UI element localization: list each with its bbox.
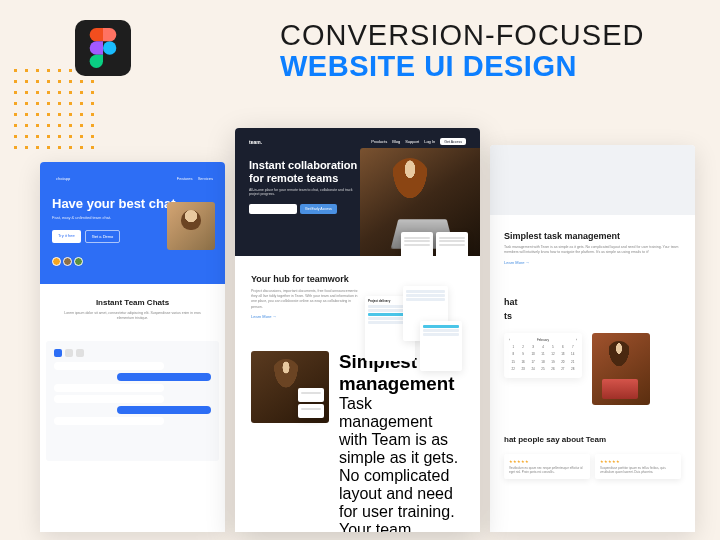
task-section: Simplest task management Task management… — [490, 215, 695, 281]
floating-cards — [401, 232, 468, 256]
nav-features[interactable]: Features — [177, 176, 193, 181]
hero-section: chatapp Features Services Have your best… — [40, 162, 225, 284]
figma-icon — [89, 28, 117, 68]
task-card — [298, 388, 324, 402]
avatar — [52, 257, 61, 266]
testimonials-title: hat people say about Team — [504, 435, 681, 444]
chat-message-sent — [117, 373, 211, 381]
testimonial-text: Vestibulum eu quam nec neque pellentesqu… — [509, 466, 585, 474]
logo-text: team. — [249, 139, 262, 145]
avatar — [74, 257, 83, 266]
avatar-row — [52, 257, 213, 266]
top-nav: team. Products Blog Support Log In Get A… — [249, 138, 466, 145]
calendar-grid: 1234567 891011121314 15161718192021 2223… — [509, 345, 577, 374]
hero-title: Instant collaboration for remote teams — [249, 159, 368, 184]
app-window — [420, 321, 462, 371]
testimonial-card: ★★★★★ Vestibulum eu quam nec neque pelle… — [504, 454, 590, 479]
testimonials-section: hat people say about Team ★★★★★ Vestibul… — [490, 421, 695, 493]
mockup-card-team: team. Products Blog Support Log In Get A… — [235, 128, 480, 532]
section-title: Your hub for teamwork — [251, 274, 368, 285]
chat-message — [54, 395, 164, 403]
chat-message — [54, 362, 164, 370]
tab[interactable] — [54, 349, 62, 357]
headline-line2: WEBSITE UI DESIGN — [280, 50, 700, 83]
email-field[interactable] — [249, 204, 297, 214]
calendar-section: hat ts ‹February› 1234567 891011121314 1… — [490, 281, 695, 421]
nav-services[interactable]: Services — [198, 176, 213, 181]
section-title: Instant Team Chats — [56, 298, 209, 307]
nav-blog[interactable]: Blog — [392, 139, 400, 144]
cards-container: chatapp Features Services Have your best… — [0, 100, 720, 540]
mockup-card-right: Simplest task management Task management… — [490, 145, 695, 532]
nav-support[interactable]: Support — [405, 139, 419, 144]
section-text: Task management with Team is as simple a… — [504, 245, 681, 256]
hero-subtitle: All-in-one place for your remote team to… — [249, 188, 358, 196]
hero-placeholder — [490, 145, 695, 215]
calendar-widget[interactable]: ‹February› 1234567 891011121314 15161718… — [504, 333, 582, 379]
section-photo — [251, 351, 329, 423]
chat-message-sent — [117, 406, 211, 414]
testimonial-text: Suspendisse porttitor ipsum eu tellus fi… — [600, 466, 676, 474]
section-title: Simplest task management — [504, 231, 681, 241]
headline: CONVERSION-FOCUSED WEBSITE UI DESIGN — [280, 20, 700, 83]
tab[interactable] — [76, 349, 84, 357]
nav-login[interactable]: Log In — [424, 139, 435, 144]
hero-portrait — [167, 202, 215, 250]
section-photo — [592, 333, 650, 405]
nav-products[interactable]: Products — [371, 139, 387, 144]
learn-more-link[interactable]: Learn More → — [504, 260, 681, 265]
top-nav: chatapp Features Services — [52, 176, 213, 181]
chat-message — [54, 417, 164, 425]
feature-section: Instant Team Chats Lorem ipsum dolor sit… — [40, 284, 225, 335]
get-access-button[interactable]: Get Access — [440, 138, 466, 145]
chat-mockup — [46, 341, 219, 461]
section-text: Task management with Team is as simple a… — [339, 395, 464, 532]
task-card — [298, 404, 324, 418]
task-card — [436, 232, 468, 256]
figma-logo — [75, 20, 131, 76]
tab[interactable] — [65, 349, 73, 357]
chat-message — [54, 384, 164, 392]
section-text: Lorem ipsum dolor sit amet, consectetur … — [56, 311, 209, 321]
task-card — [401, 232, 433, 256]
app-mockups: Project delivery — [365, 286, 470, 381]
mockup-card-chatapp: chatapp Features Services Have your best… — [40, 162, 225, 532]
section-title-partial2: ts — [504, 311, 681, 321]
hero-section: team. Products Blog Support Log In Get A… — [235, 128, 480, 256]
star-rating: ★★★★★ — [509, 459, 585, 464]
calendar-month: February — [537, 338, 549, 342]
logo-text: chatapp — [56, 176, 70, 181]
headline-line1: CONVERSION-FOCUSED — [280, 20, 700, 50]
chat-tabs — [54, 349, 211, 357]
submit-button[interactable]: Get Early Access — [300, 204, 337, 214]
svg-point-0 — [103, 41, 116, 54]
testimonial-card: ★★★★★ Suspendisse porttitor ipsum eu tel… — [595, 454, 681, 479]
try-free-button[interactable]: Try it free — [52, 230, 81, 243]
avatar — [63, 257, 72, 266]
section-title-partial: hat — [504, 297, 681, 307]
demo-button[interactable]: Get a Demo — [85, 230, 121, 243]
star-rating: ★★★★★ — [600, 459, 676, 464]
section-text: Project discussions, important documents… — [251, 289, 362, 310]
